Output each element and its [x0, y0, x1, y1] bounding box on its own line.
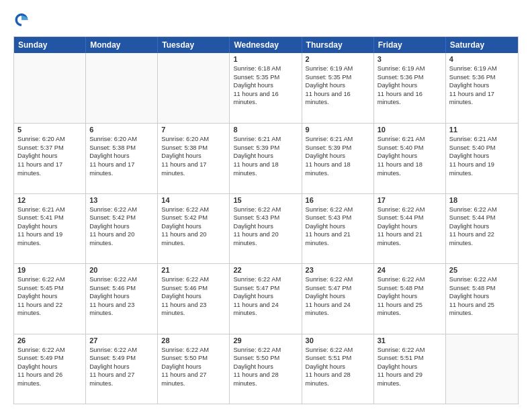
calendar-cell: 30Sunrise: 6:22 AMSunset: 5:51 PMDayligh…	[302, 334, 374, 404]
sunset-text: Sunset: 5:50 PM	[161, 354, 226, 363]
day-number: 15	[233, 196, 298, 204]
calendar-cell	[14, 53, 86, 123]
sunset-text: Sunset: 5:37 PM	[17, 144, 82, 152]
day-number: 18	[449, 196, 515, 204]
day-number: 7	[161, 126, 226, 134]
calendar-cell: 11Sunrise: 6:21 AMSunset: 5:40 PMDayligh…	[446, 124, 518, 193]
sunrise-text: Sunrise: 6:19 AM	[449, 64, 515, 73]
day-number: 24	[378, 266, 442, 274]
daylight-label: Daylight hours	[233, 363, 298, 371]
sunrise-text: Sunrise: 6:18 AM	[233, 64, 298, 73]
daylight-value: 11 hours and 20 minutes.	[89, 230, 154, 247]
day-number: 9	[306, 126, 370, 134]
calendar-cell: 1Sunrise: 6:18 AMSunset: 5:35 PMDaylight…	[230, 53, 302, 123]
sunset-text: Sunset: 5:43 PM	[233, 214, 298, 222]
daylight-value: 11 hours and 24 minutes.	[233, 301, 298, 318]
calendar-week: 26Sunrise: 6:22 AMSunset: 5:49 PMDayligh…	[14, 334, 518, 404]
calendar-cell: 6Sunrise: 6:20 AMSunset: 5:38 PMDaylight…	[86, 124, 158, 193]
daylight-value: 11 hours and 20 minutes.	[161, 230, 226, 247]
daylight-label: Daylight hours	[89, 152, 154, 161]
sunrise-text: Sunrise: 6:22 AM	[378, 275, 442, 284]
day-number: 28	[161, 336, 226, 345]
daylight-label: Daylight hours	[17, 222, 82, 231]
sunset-text: Sunset: 5:50 PM	[233, 354, 298, 363]
sunrise-text: Sunrise: 6:19 AM	[378, 64, 442, 73]
weekday-header: Wednesday	[230, 37, 302, 53]
calendar-cell: 3Sunrise: 6:19 AMSunset: 5:36 PMDaylight…	[374, 53, 446, 123]
sunrise-text: Sunrise: 6:22 AM	[233, 205, 298, 214]
daylight-value: 11 hours and 22 minutes.	[449, 230, 515, 247]
daylight-value: 11 hours and 16 minutes.	[233, 90, 298, 107]
sunset-text: Sunset: 5:48 PM	[378, 284, 442, 293]
daylight-label: Daylight hours	[89, 292, 154, 301]
calendar-cell: 9Sunrise: 6:21 AMSunset: 5:39 PMDaylight…	[302, 124, 374, 193]
sunset-text: Sunset: 5:47 PM	[233, 284, 298, 293]
calendar-cell: 17Sunrise: 6:22 AMSunset: 5:44 PMDayligh…	[374, 194, 446, 263]
daylight-value: 11 hours and 17 minutes.	[17, 161, 82, 177]
daylight-value: 11 hours and 27 minutes.	[161, 371, 226, 387]
daylight-label: Daylight hours	[17, 152, 82, 161]
calendar-cell: 19Sunrise: 6:22 AMSunset: 5:45 PMDayligh…	[14, 264, 86, 333]
sunset-text: Sunset: 5:41 PM	[17, 214, 82, 222]
day-number: 16	[306, 196, 370, 204]
weekday-header: Sunday	[14, 37, 86, 53]
sunrise-text: Sunrise: 6:22 AM	[306, 275, 370, 284]
day-number: 20	[89, 266, 154, 274]
daylight-value: 11 hours and 23 minutes.	[161, 301, 226, 318]
sunset-text: Sunset: 5:38 PM	[89, 144, 154, 152]
daylight-value: 11 hours and 24 minutes.	[306, 301, 370, 318]
daylight-label: Daylight hours	[89, 363, 154, 371]
weekday-header: Tuesday	[158, 37, 230, 53]
sunrise-text: Sunrise: 6:22 AM	[233, 275, 298, 284]
calendar: SundayMondayTuesdayWednesdayThursdayFrid…	[13, 36, 519, 404]
sunrise-text: Sunrise: 6:22 AM	[89, 346, 154, 355]
daylight-value: 11 hours and 16 minutes.	[378, 90, 442, 107]
sunset-text: Sunset: 5:42 PM	[161, 214, 226, 222]
day-number: 11	[449, 126, 515, 134]
sunrise-text: Sunrise: 6:22 AM	[17, 346, 82, 355]
daylight-label: Daylight hours	[306, 222, 370, 231]
sunset-text: Sunset: 5:42 PM	[89, 214, 154, 222]
daylight-label: Daylight hours	[233, 81, 298, 90]
day-number: 25	[449, 266, 515, 274]
day-number: 22	[233, 266, 298, 274]
sunset-text: Sunset: 5:46 PM	[89, 284, 154, 293]
daylight-label: Daylight hours	[449, 222, 515, 231]
calendar-cell: 21Sunrise: 6:22 AMSunset: 5:46 PMDayligh…	[158, 264, 230, 333]
calendar-cell: 28Sunrise: 6:22 AMSunset: 5:50 PMDayligh…	[158, 334, 230, 404]
day-number: 4	[449, 55, 515, 63]
daylight-label: Daylight hours	[378, 292, 442, 301]
daylight-value: 11 hours and 20 minutes.	[233, 230, 298, 247]
sunset-text: Sunset: 5:46 PM	[161, 284, 226, 293]
calendar-cell: 31Sunrise: 6:22 AMSunset: 5:51 PMDayligh…	[374, 334, 446, 404]
calendar-cell: 13Sunrise: 6:22 AMSunset: 5:42 PMDayligh…	[86, 194, 158, 263]
daylight-value: 11 hours and 21 minutes.	[378, 230, 442, 247]
daylight-label: Daylight hours	[378, 81, 442, 90]
page: SundayMondayTuesdayWednesdayThursdayFrid…	[0, 0, 532, 411]
calendar-week: 1Sunrise: 6:18 AMSunset: 5:35 PMDaylight…	[14, 53, 518, 123]
calendar-cell	[446, 334, 518, 404]
daylight-label: Daylight hours	[378, 363, 442, 371]
day-number: 31	[378, 336, 442, 345]
daylight-value: 11 hours and 29 minutes.	[378, 371, 442, 387]
calendar-cell	[86, 53, 158, 123]
calendar-header: SundayMondayTuesdayWednesdayThursdayFrid…	[14, 37, 518, 53]
calendar-cell: 25Sunrise: 6:22 AMSunset: 5:48 PMDayligh…	[446, 264, 518, 333]
weekday-header: Monday	[86, 37, 158, 53]
daylight-label: Daylight hours	[449, 81, 515, 90]
sunrise-text: Sunrise: 6:21 AM	[306, 135, 370, 144]
sunrise-text: Sunrise: 6:22 AM	[306, 205, 370, 214]
sunrise-text: Sunrise: 6:22 AM	[161, 205, 226, 214]
day-number: 21	[161, 266, 226, 274]
sunset-text: Sunset: 5:44 PM	[378, 214, 442, 222]
sunset-text: Sunset: 5:44 PM	[449, 214, 515, 222]
sunset-text: Sunset: 5:48 PM	[449, 284, 515, 293]
calendar-cell: 16Sunrise: 6:22 AMSunset: 5:43 PMDayligh…	[302, 194, 374, 263]
calendar-cell: 23Sunrise: 6:22 AMSunset: 5:47 PMDayligh…	[302, 264, 374, 333]
sunrise-text: Sunrise: 6:22 AM	[449, 205, 515, 214]
sunrise-text: Sunrise: 6:22 AM	[161, 275, 226, 284]
sunrise-text: Sunrise: 6:22 AM	[89, 275, 154, 284]
calendar-cell: 4Sunrise: 6:19 AMSunset: 5:36 PMDaylight…	[446, 53, 518, 123]
daylight-label: Daylight hours	[449, 152, 515, 161]
daylight-label: Daylight hours	[306, 292, 370, 301]
